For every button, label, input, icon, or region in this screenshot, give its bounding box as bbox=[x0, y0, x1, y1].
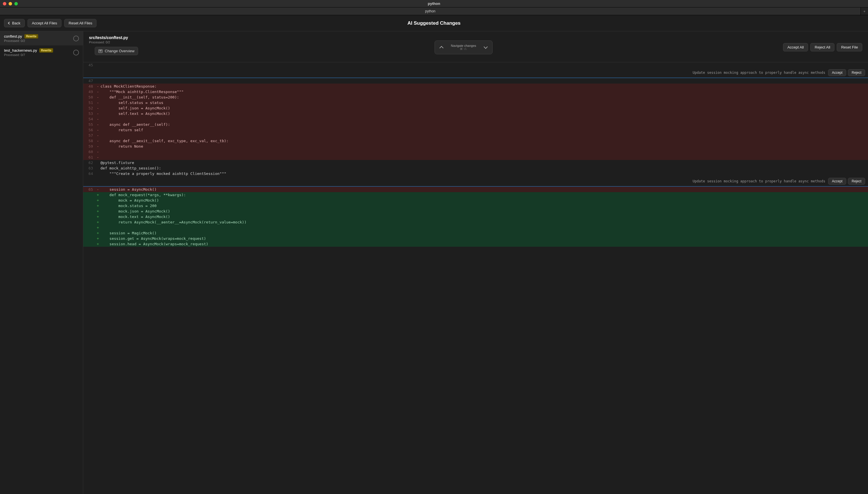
diff-marker: - bbox=[96, 100, 100, 106]
add-tab-button[interactable]: + bbox=[861, 7, 868, 15]
diff-marker bbox=[96, 160, 100, 166]
code-line: + mock.status = 200 bbox=[83, 203, 868, 209]
code-line: 52 - self.json = AsyncMock() bbox=[83, 106, 868, 111]
reset-file-button[interactable]: Reset File bbox=[837, 43, 862, 52]
code-line: 56 - return self bbox=[83, 127, 868, 133]
code-text: async def __aexit__(self, exc_type, exc_… bbox=[100, 138, 229, 144]
code-text: """Create a properly mocked aiohttp Clie… bbox=[100, 171, 226, 176]
minimize-window-button[interactable] bbox=[8, 2, 12, 5]
navigate-changes: Navigate changes ⌘ ↑/↓ bbox=[435, 40, 493, 54]
line-number: 45 bbox=[83, 62, 96, 68]
file-processed: Processed: 0/2 bbox=[89, 40, 144, 44]
code-line: + mock.text = AsyncMock() bbox=[83, 214, 868, 220]
code-text bbox=[100, 116, 100, 122]
line-number: 57 bbox=[83, 133, 96, 138]
code-text: session.head = AsyncMock(wraps=mock_requ… bbox=[100, 241, 209, 247]
back-button[interactable]: Back bbox=[4, 19, 25, 27]
plus-icon: + bbox=[863, 9, 866, 14]
line-number: 62 bbox=[83, 160, 96, 166]
diff-marker bbox=[96, 78, 100, 83]
line-number: 61 bbox=[83, 154, 96, 160]
reject-hunk-button[interactable]: Reject bbox=[848, 178, 865, 185]
code-text: return None bbox=[100, 144, 143, 149]
accept-hunk-button[interactable]: Accept bbox=[828, 178, 846, 185]
code-text: mock.status = 200 bbox=[100, 203, 157, 209]
code-text bbox=[100, 149, 100, 154]
reset-all-files-button[interactable]: Reset All Files bbox=[64, 19, 96, 27]
diff-marker: + bbox=[96, 214, 100, 220]
line-number: 59 bbox=[83, 144, 96, 149]
diff-marker: - bbox=[96, 95, 100, 100]
file-processed: Processed: 0/7 bbox=[4, 53, 53, 57]
diff-marker bbox=[96, 171, 100, 176]
accept-all-button[interactable]: Accept All bbox=[783, 43, 808, 52]
diff-marker: + bbox=[96, 203, 100, 209]
code-line: 59 - return None bbox=[83, 144, 868, 149]
diff-marker: - bbox=[96, 83, 100, 89]
code-line: 45 bbox=[83, 62, 868, 68]
change-overview-label: Change Overview bbox=[105, 49, 134, 53]
file-item[interactable]: test_hackernews.py Rewrite Processed: 0/… bbox=[0, 45, 83, 59]
change-overview-button[interactable]: Change Overview bbox=[95, 47, 138, 55]
page-title: AI Suggested Changes bbox=[407, 20, 460, 26]
maximize-window-button[interactable] bbox=[14, 2, 18, 5]
diff-marker: + bbox=[96, 230, 100, 236]
diff-marker bbox=[96, 62, 100, 68]
close-window-button[interactable] bbox=[3, 2, 6, 5]
line-number bbox=[83, 241, 96, 247]
line-number: 63 bbox=[83, 166, 96, 171]
code-text: mock.text = AsyncMock() bbox=[100, 214, 170, 220]
reject-hunk-button[interactable]: Reject bbox=[848, 69, 865, 76]
next-change-button[interactable] bbox=[479, 41, 492, 54]
code-line: 51 - self.status = status bbox=[83, 100, 868, 106]
accept-hunk-button[interactable]: Accept bbox=[828, 69, 846, 76]
nav-text: Navigate changes ⌘ ↑/↓ bbox=[448, 44, 479, 51]
diff-marker: + bbox=[96, 192, 100, 197]
code-line: 64 """Create a properly mocked aiohttp C… bbox=[83, 171, 868, 176]
diff-marker: - bbox=[96, 133, 100, 138]
code-line: 57 - bbox=[83, 133, 868, 138]
line-number: 54 bbox=[83, 116, 96, 122]
code-line: 65 - session = AsyncMock() bbox=[83, 187, 868, 192]
file-item[interactable]: conftest.py Rewrite Processed: 0/2 bbox=[0, 31, 83, 45]
code-text: self.json = AsyncMock() bbox=[100, 106, 170, 111]
line-number: 64 bbox=[83, 171, 96, 176]
line-number: 53 bbox=[83, 111, 96, 116]
line-number: 49 bbox=[83, 89, 96, 95]
code-text bbox=[100, 62, 100, 68]
line-number: 52 bbox=[83, 106, 96, 111]
hunk-header: Update session mocking approach to prope… bbox=[83, 176, 868, 187]
code-line: + session.head = AsyncMock(wraps=mock_re… bbox=[83, 241, 868, 247]
code-text: class MockClientResponse: bbox=[100, 83, 157, 89]
code-line: + return AsyncMock(__aenter__=AsyncMock(… bbox=[83, 220, 868, 225]
file-path: src/tests/conftest.py bbox=[89, 35, 144, 40]
diff-marker: + bbox=[96, 220, 100, 225]
diff-marker: + bbox=[96, 236, 100, 241]
line-number bbox=[83, 220, 96, 225]
diff-marker: - bbox=[96, 149, 100, 154]
diff-marker: - bbox=[96, 154, 100, 160]
diff-content: src/tests/conftest.py Processed: 0/2 Cha… bbox=[83, 31, 868, 494]
diff-code[interactable]: 45 Update session mocking approach to pr… bbox=[83, 62, 868, 247]
diff-marker bbox=[96, 166, 100, 171]
nav-hint: ⌘ ↑/↓ bbox=[460, 48, 467, 51]
hunk-description: Update session mocking approach to prope… bbox=[693, 70, 825, 76]
prev-change-button[interactable] bbox=[435, 41, 448, 54]
code-line: 54 - bbox=[83, 116, 868, 122]
diff-marker: - bbox=[96, 122, 100, 127]
file-name: conftest.py bbox=[4, 34, 22, 38]
line-number bbox=[83, 230, 96, 236]
diff-marker: + bbox=[96, 209, 100, 214]
diff-marker: + bbox=[96, 241, 100, 247]
code-text: session.get = AsyncMock(wraps=mock_reque… bbox=[100, 236, 206, 241]
line-number: 48 bbox=[83, 83, 96, 89]
line-number: 50 bbox=[83, 95, 96, 100]
code-text: session = MagicMock() bbox=[100, 230, 157, 236]
back-label: Back bbox=[12, 21, 20, 25]
accept-all-files-button[interactable]: Accept All Files bbox=[27, 19, 61, 27]
reject-all-button[interactable]: Reject All bbox=[810, 43, 834, 52]
code-line: 62 @pytest.fixture bbox=[83, 160, 868, 166]
tab-python[interactable]: python bbox=[0, 7, 861, 15]
file-processed: Processed: 0/2 bbox=[4, 39, 38, 42]
line-number: 55 bbox=[83, 122, 96, 127]
